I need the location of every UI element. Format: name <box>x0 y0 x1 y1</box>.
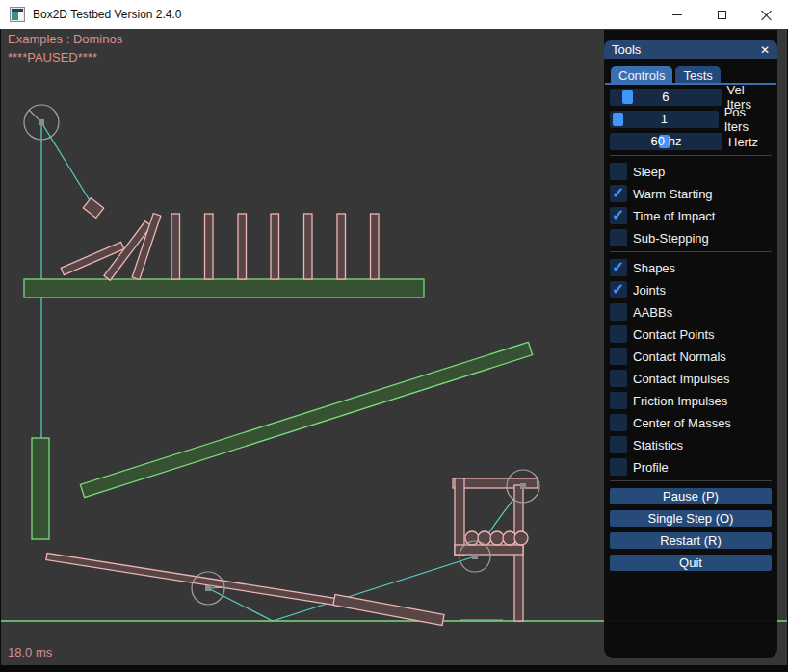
profile-checkbox[interactable]: ✓ <box>610 458 627 476</box>
close-icon <box>761 10 772 20</box>
quit-button[interactable]: Quit <box>610 555 772 571</box>
standing-dominoes <box>171 214 379 279</box>
minimize-button[interactable] <box>655 0 699 29</box>
tab-controls[interactable]: Controls <box>611 66 672 83</box>
checkbox-row-shapes[interactable]: ✓ Shapes <box>610 259 772 276</box>
hertz-label: Hertz <box>728 135 758 149</box>
hertz-slider[interactable]: 60 hz <box>610 133 722 150</box>
tools-close-icon[interactable]: ✕ <box>760 44 770 56</box>
checkbox-row-sleep[interactable]: ✓ Sleep <box>610 163 772 180</box>
example-label: Examples : Dominos <box>8 32 122 46</box>
separator <box>610 480 772 481</box>
vertical-column <box>32 438 49 539</box>
shelf-balls <box>465 531 528 545</box>
sleep-checkbox[interactable]: ✓ <box>610 163 627 180</box>
minimize-icon <box>672 14 682 15</box>
pause-button[interactable]: Pause (P) <box>610 488 772 504</box>
single-step-button[interactable]: Single Step (O) <box>610 510 772 527</box>
hertz-slider-row: 60 hz Hertz <box>610 133 772 150</box>
checkbox-row-contact-impulses[interactable]: ✓ Contact Impulses <box>610 370 772 387</box>
separator <box>610 251 772 252</box>
close-button[interactable] <box>744 0 788 29</box>
frame-structure <box>453 478 538 621</box>
tools-titlebar[interactable]: Tools ✕ <box>604 40 777 59</box>
center-of-masses-checkbox[interactable]: ✓ <box>610 414 627 431</box>
contact-impulses-checkbox[interactable]: ✓ <box>610 370 627 387</box>
warm-starting-checkbox[interactable]: ✓ <box>610 185 627 202</box>
window-titlebar: Box2D Testbed Version 2.4.0 <box>0 0 788 29</box>
tab-tests[interactable]: Tests <box>675 66 720 83</box>
checkbox-row-contact-points[interactable]: ✓ Contact Points <box>610 325 772 343</box>
time-of-impact-checkbox[interactable]: ✓ <box>610 207 627 224</box>
tools-title: Tools <box>612 42 641 57</box>
pos-iters-label: Pos Iters <box>724 105 772 134</box>
friction-impulses-checkbox[interactable]: ✓ <box>610 392 627 409</box>
checkbox-row-statistics[interactable]: ✓ Statistics <box>610 436 772 453</box>
tools-panel: Tools ✕ Controls Tests 6 Vel Iters 1 <box>604 30 777 658</box>
shapes-checkbox[interactable]: ✓ <box>610 259 627 276</box>
checkbox-row-joints[interactable]: ✓ Joints <box>610 281 772 298</box>
checkbox-row-center-of-masses[interactable]: ✓ Center of Masses <box>610 414 772 431</box>
window-title: Box2D Testbed Version 2.4.0 <box>33 8 182 21</box>
pos-iters-slider[interactable]: 1 <box>610 111 719 128</box>
checkbox-row-time-of-impact[interactable]: ✓ Time of Impact <box>610 207 772 224</box>
checkbox-row-contact-normals[interactable]: ✓ Contact Normals <box>610 348 772 365</box>
separator <box>610 155 772 156</box>
contact-normals-checkbox[interactable]: ✓ <box>610 348 627 365</box>
checkbox-row-warm-starting[interactable]: ✓ Warm Starting <box>610 185 772 202</box>
checkbox-row-sub-stepping[interactable]: ✓ Sub-Stepping <box>610 229 772 246</box>
restart-button[interactable]: Restart (R) <box>610 532 772 549</box>
joints-checkbox[interactable]: ✓ <box>610 281 627 298</box>
vel-iters-slider[interactable]: 6 <box>610 89 722 106</box>
frame-time-label: 18.0 ms <box>8 645 52 659</box>
checkbox-row-aabbs[interactable]: ✓ AABBs <box>610 303 772 321</box>
fallen-dominoes <box>61 214 161 281</box>
pos-iters-slider-row: 1 Pos Iters <box>610 111 772 128</box>
sub-stepping-checkbox[interactable]: ✓ <box>610 229 627 246</box>
ramp <box>80 342 532 497</box>
aabbs-checkbox[interactable]: ✓ <box>610 303 627 321</box>
app-icon <box>10 7 25 22</box>
vel-iters-slider-row: 6 Vel Iters <box>610 89 772 106</box>
platform-shelf <box>24 279 424 297</box>
statistics-checkbox[interactable]: ✓ <box>610 436 627 453</box>
checkbox-row-friction-impulses[interactable]: ✓ Friction Impulses <box>610 392 772 409</box>
checkbox-row-profile[interactable]: ✓ Profile <box>610 458 772 476</box>
tools-tabbar: Controls Tests <box>611 66 777 83</box>
contact-points-checkbox[interactable]: ✓ <box>610 325 627 343</box>
paused-label: ****PAUSED**** <box>8 50 97 65</box>
app-window: Box2D Testbed Version 2.4.0 <box>0 0 788 672</box>
pendulum-box <box>83 198 103 219</box>
maximize-button[interactable] <box>699 0 744 29</box>
maximize-icon <box>718 11 726 19</box>
